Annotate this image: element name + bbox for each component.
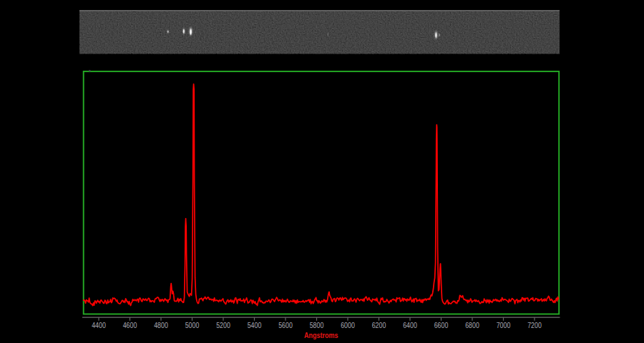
svg-text:7000: 7000 bbox=[497, 321, 511, 329]
svg-text:5200: 5200 bbox=[216, 321, 230, 329]
svg-text:6600: 6600 bbox=[434, 321, 449, 329]
svg-text:7200: 7200 bbox=[527, 321, 542, 329]
svg-text:Angstroms: Angstroms bbox=[304, 331, 338, 339]
svg-text:6000: 6000 bbox=[341, 321, 355, 329]
svg-text:5400: 5400 bbox=[248, 321, 262, 329]
svg-text:4600: 4600 bbox=[123, 321, 137, 329]
svg-text:5800: 5800 bbox=[310, 321, 324, 329]
svg-text:4800: 4800 bbox=[154, 321, 168, 329]
svg-text:4400: 4400 bbox=[92, 321, 106, 329]
svg-text:5600: 5600 bbox=[278, 321, 293, 329]
svg-text:6200: 6200 bbox=[372, 321, 386, 329]
svg-text:5000: 5000 bbox=[185, 321, 200, 329]
svg-text:6400: 6400 bbox=[403, 321, 417, 329]
svg-text:6800: 6800 bbox=[465, 321, 479, 329]
